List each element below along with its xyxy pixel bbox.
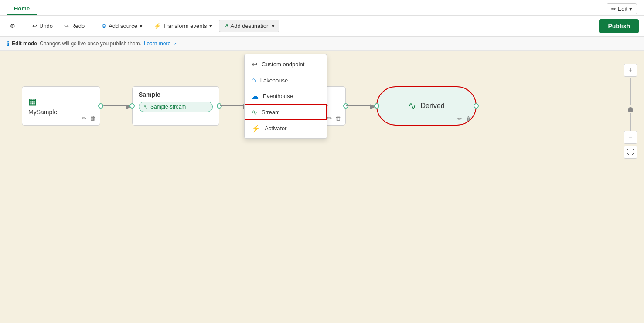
add-destination-label: Add destination (231, 23, 270, 29)
derived-edit-icon[interactable]: ✏ (457, 116, 462, 122)
lakehouse-label: Lakehouse (260, 77, 288, 84)
derived-left-connector (374, 103, 379, 109)
edit-button[interactable]: ✏ Edit ▾ (607, 3, 637, 14)
undo-label: Undo (39, 23, 53, 29)
transform-events-button[interactable]: ⚡ Transform events ▾ (149, 20, 217, 32)
sample-node: Sample ∿ Sample-stream (132, 86, 219, 126)
derived-stream-icon: ∿ (408, 100, 416, 112)
mysample-right-connector (98, 103, 103, 109)
activator-label: Activator (265, 125, 287, 132)
external-link-icon: ↗ (173, 41, 177, 46)
zoom-fit-button[interactable]: ⛶ (624, 146, 637, 159)
add-destination-dropdown: ↩ Custom endpoint ⌂ Lakehouse ☁ Eventhou… (244, 54, 327, 139)
dropdown-item-eventhouse[interactable]: ☁ Eventhouse (245, 88, 327, 104)
sample-tag: ∿ Sample-stream (139, 102, 213, 112)
edit-chevron-icon: ▾ (629, 6, 632, 12)
separator-2 (93, 21, 93, 31)
mysample-edit-icon[interactable]: ✏ (82, 115, 86, 122)
dropdown-item-lakehouse[interactable]: ⌂ Lakehouse (245, 72, 327, 88)
zoom-in-button[interactable]: + (624, 64, 637, 77)
redo-button[interactable]: ↪ Redo (59, 20, 89, 32)
separator-1 (24, 21, 24, 31)
edit-button-label: Edit (618, 6, 627, 12)
stream-icon: ∿ (252, 108, 257, 116)
sample-left-connector (129, 103, 135, 109)
add-destination-button[interactable]: ↗ Add destination ▾ (219, 20, 280, 32)
tab-home[interactable]: Home (7, 2, 37, 15)
conn3 (346, 105, 370, 106)
info-icon: ℹ (7, 40, 9, 47)
canvas: ▦ MySample ✏ 🗑 Sample ∿ Sample-stream (0, 51, 644, 323)
custom-endpoint-icon: ↩ (252, 60, 257, 68)
add-source-button[interactable]: ⊕ Add source ▾ (97, 20, 147, 32)
zoom-handle[interactable] (628, 107, 633, 112)
toolbar: ⚙ ↩ Undo ↪ Redo ⊕ Add source ▾ ⚡ Transfo… (0, 16, 644, 37)
mysample-delete-icon[interactable]: 🗑 (90, 115, 95, 122)
derived-delete-icon[interactable]: 🗑 (466, 116, 471, 122)
sample-tag-label: Sample-stream (150, 104, 186, 110)
add-destination-chevron-icon: ▾ (272, 23, 275, 29)
activator-icon: ⚡ (252, 124, 260, 133)
filter-delete-icon[interactable]: 🗑 (335, 115, 341, 122)
undo-icon: ↩ (32, 23, 37, 29)
add-source-icon: ⊕ (102, 23, 106, 29)
dropdown-item-activator[interactable]: ⚡ Activator (245, 120, 327, 136)
transform-label: Transform events (163, 23, 207, 29)
edit-mode-message: Changes will go live once you publish th… (40, 41, 141, 47)
zoom-out-button[interactable]: − (624, 131, 637, 144)
edit-mode-bar: ℹ Edit mode Changes will go live once yo… (0, 37, 644, 51)
undo-button[interactable]: ↩ Undo (27, 20, 58, 32)
dropdown-item-custom-endpoint[interactable]: ↩ Custom endpoint (245, 56, 327, 72)
filter-edit-icon[interactable]: ✏ (327, 115, 332, 122)
zoom-track-lower (630, 113, 631, 131)
conn2 (220, 105, 244, 106)
edit-mode-label: Edit mode (12, 41, 37, 47)
redo-icon: ↪ (64, 23, 69, 29)
publish-button[interactable]: Publish (599, 19, 639, 33)
sample-title: Sample (139, 91, 213, 98)
add-source-chevron-icon: ▾ (140, 23, 143, 29)
derived-right-connector (474, 103, 479, 109)
zoom-controls: + − ⛶ (624, 64, 637, 159)
zoom-track (630, 78, 631, 105)
eventhouse-label: Eventhouse (263, 93, 293, 99)
learn-more-link[interactable]: Learn more ↗ (144, 41, 177, 47)
redo-label: Redo (71, 23, 85, 29)
learn-more-label: Learn more (144, 41, 170, 47)
settings-icon: ⚙ (10, 23, 15, 29)
add-source-label: Add source (109, 23, 137, 29)
edit-pencil-icon: ✏ (611, 6, 616, 12)
derived-node: ∿ Derived ✏ 🗑 (376, 86, 477, 126)
mysample-label: MySample (28, 109, 57, 116)
custom-endpoint-label: Custom endpoint (262, 61, 304, 68)
mysample-icon: ▦ (28, 96, 37, 107)
conn1 (104, 105, 126, 106)
transform-chevron-icon: ▾ (209, 23, 212, 29)
add-destination-icon: ↗ (224, 23, 228, 29)
dropdown-item-stream[interactable]: ∿ Stream (245, 104, 327, 120)
derived-label: Derived (420, 102, 444, 110)
settings-button[interactable]: ⚙ (5, 20, 20, 32)
mysample-node: ▦ MySample ✏ 🗑 (22, 86, 100, 126)
stream-tag-icon: ∿ (143, 104, 148, 110)
eventhouse-icon: ☁ (252, 92, 259, 100)
stream-label: Stream (262, 109, 280, 116)
transform-icon: ⚡ (154, 23, 161, 29)
lakehouse-icon: ⌂ (252, 76, 256, 84)
